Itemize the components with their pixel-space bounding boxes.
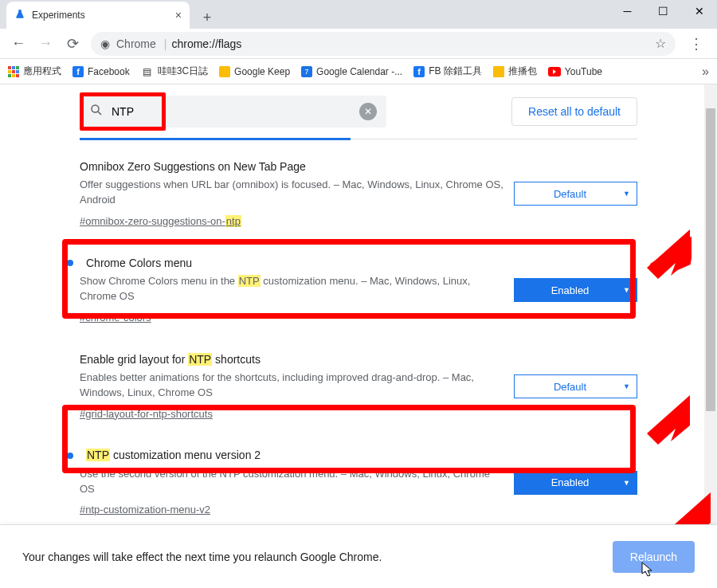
relaunch-button[interactable]: Relaunch — [613, 541, 695, 573]
browser-menu-button[interactable]: ⋮ — [680, 35, 712, 53]
address-bar[interactable]: ◉ Chrome | chrome://flags ☆ — [91, 32, 676, 56]
chrome-icon: ◉ — [100, 37, 110, 50]
apps-shortcut[interactable]: 應用程式 — [8, 65, 61, 78]
reload-button[interactable]: ⟳ — [59, 30, 86, 57]
bookmark-youtube[interactable]: YouTube — [548, 66, 602, 77]
flag-state-select[interactable]: Default — [514, 374, 637, 398]
bookmarks-bar: 應用程式 fFacebook ▤哇哇3C日誌 Google Keep 7Goog… — [0, 59, 717, 84]
svg-line-1 — [98, 112, 101, 115]
flag-description: Offer suggestions when URL bar (omnibox)… — [80, 178, 504, 208]
search-icon — [89, 103, 104, 121]
folder-icon — [493, 66, 504, 77]
clear-search-icon[interactable]: ✕ — [359, 103, 377, 120]
youtube-icon — [548, 67, 561, 76]
keep-icon — [219, 66, 230, 77]
window-close-button[interactable]: ✕ — [681, 0, 717, 22]
flag-entry: Enable grid layout for NTP shortcutsEnab… — [80, 337, 637, 433]
flag-entry: Omnibox Zero Suggestions on New Tab Page… — [80, 144, 637, 241]
flag-state-select[interactable]: Default — [514, 182, 637, 206]
page-content: ✕ Reset all to default Omnibox Zero Sugg… — [0, 84, 717, 588]
modified-dot-icon — [67, 260, 73, 266]
window-maximize-button[interactable]: ☐ — [645, 0, 681, 22]
tabs-underline — [80, 139, 637, 139]
tab-close-icon[interactable]: × — [175, 9, 182, 22]
bookmark-keep[interactable]: Google Keep — [219, 66, 290, 77]
calendar-icon: 7 — [301, 66, 312, 77]
bookmarks-overflow-button[interactable]: » — [702, 65, 709, 79]
flag-anchor-link[interactable]: #omnibox-zero-suggestions-on-ntp — [80, 214, 241, 229]
bookmark-blog[interactable]: ▤哇哇3C日誌 — [141, 65, 208, 78]
url-text: chrome://flags — [171, 37, 241, 50]
tab-title: Experiments — [32, 10, 85, 21]
toolbar: ← → ⟳ ◉ Chrome | chrome://flags ☆ ⋮ — [0, 29, 717, 59]
facebook-icon: f — [413, 66, 425, 77]
back-button[interactable]: ← — [5, 30, 32, 57]
modified-dot-icon — [67, 453, 73, 459]
facebook-icon: f — [72, 66, 84, 77]
flag-description: Use the second version of the NTP custom… — [80, 467, 504, 497]
flag-title: Chrome Colors menu — [80, 255, 504, 271]
browser-tab[interactable]: Experiments × — [6, 2, 190, 29]
bookmark-star-icon[interactable]: ☆ — [655, 36, 666, 51]
scrollbar-track[interactable] — [704, 84, 717, 588]
flag-state-select[interactable]: Enabled — [514, 278, 637, 302]
bookmark-fb-debug[interactable]: fFB 除錯工具 — [413, 65, 482, 78]
reset-all-button[interactable]: Reset all to default — [511, 97, 637, 126]
forward-button[interactable]: → — [32, 30, 59, 57]
relaunch-message: Your changes will take effect the next t… — [22, 551, 382, 563]
window-minimize-button[interactable]: ─ — [609, 0, 645, 22]
relaunch-bar: Your changes will take effect the next t… — [0, 524, 717, 588]
new-tab-button[interactable]: + — [196, 6, 218, 29]
flag-description: Show Chrome Colors menu in the NTP custo… — [80, 274, 504, 304]
flag-entry: Chrome Colors menuShow Chrome Colors men… — [80, 241, 637, 337]
scrollbar-thumb[interactable] — [706, 108, 715, 411]
bookmark-folder[interactable]: 推播包 — [493, 65, 537, 78]
search-input[interactable] — [112, 105, 359, 118]
flag-title: NTP customization menu version 2 — [80, 447, 504, 463]
flask-icon — [14, 9, 25, 22]
flag-anchor-link[interactable]: #ntp-customization-menu-v2 — [80, 503, 210, 518]
flag-anchor-link[interactable]: #chrome-colors — [80, 311, 151, 326]
svg-point-0 — [92, 105, 99, 112]
flag-title: Enable grid layout for NTP shortcuts — [80, 351, 504, 367]
apps-grid-icon — [8, 66, 19, 77]
flag-title: Omnibox Zero Suggestions on New Tab Page — [80, 159, 504, 174]
bookmark-facebook[interactable]: fFacebook — [72, 66, 130, 77]
flags-search-box[interactable]: ✕ — [80, 96, 386, 127]
flag-entry: NTP customization menu version 2Use the … — [80, 433, 637, 529]
flag-description: Enables better animations for the shortc… — [80, 370, 504, 401]
bookmark-calendar[interactable]: 7Google Calendar -... — [301, 66, 402, 77]
page-icon: ▤ — [141, 65, 154, 78]
flag-anchor-link[interactable]: #grid-layout-for-ntp-shortcuts — [80, 407, 213, 422]
flag-state-select[interactable]: Enabled — [514, 471, 637, 495]
